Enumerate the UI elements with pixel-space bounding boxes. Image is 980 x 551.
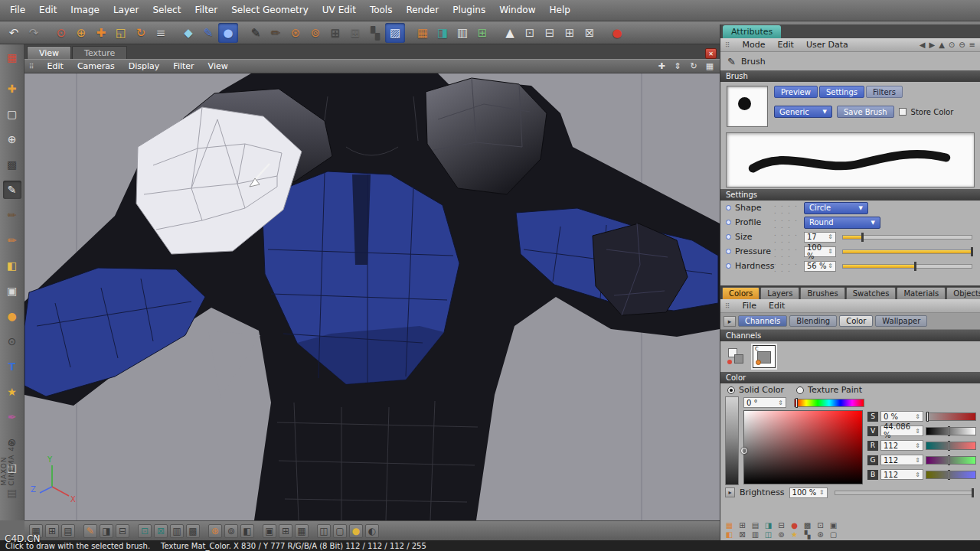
checker-icon[interactable]: ▚ — [365, 23, 385, 43]
menu-item[interactable]: Help — [542, 0, 577, 21]
uv-edit-2-icon[interactable]: ⊞ — [345, 23, 365, 43]
texture-checker-2-icon[interactable]: ◨ — [433, 23, 452, 43]
tab-materials[interactable]: Materials — [897, 287, 946, 299]
channel-layers-icon[interactable] — [727, 347, 746, 367]
saturation-slider[interactable] — [926, 412, 976, 421]
droplet-icon[interactable]: ● — [3, 307, 21, 325]
swatch-e-icon[interactable]: ⊚ — [776, 530, 786, 540]
close-view-icon[interactable] — [705, 48, 717, 59]
enable-dot-icon[interactable] — [726, 205, 731, 210]
menu-item[interactable]: File — [3, 0, 32, 21]
menu-item[interactable]: Image — [64, 0, 106, 21]
value-slider[interactable] — [926, 427, 976, 435]
redo-icon[interactable]: ↷ — [24, 23, 44, 43]
hardness-input[interactable]: 56 % — [804, 261, 836, 272]
menu-item[interactable]: Render — [399, 0, 446, 21]
pan-view-icon[interactable]: ✚ — [656, 61, 667, 71]
tab-view[interactable]: View — [27, 46, 71, 59]
saturation-value-field[interactable] — [743, 410, 863, 484]
paint-wizard-icon[interactable]: ◆ — [178, 23, 198, 43]
tile-v-icon[interactable]: ▩ — [186, 524, 200, 538]
menu-item[interactable]: Select Geometry — [224, 0, 315, 21]
magnify-tool-icon[interactable]: ⊕ — [71, 23, 91, 43]
add-layer-icon[interactable]: ⊟ — [116, 524, 129, 538]
tab-preview[interactable]: Preview — [774, 86, 818, 98]
enable-dot-icon[interactable] — [726, 249, 731, 254]
value-bar-slider[interactable] — [725, 396, 739, 485]
green-input[interactable]: 112 — [880, 455, 923, 465]
profile-dropdown[interactable]: Round — [804, 217, 880, 229]
swatch-c-icon[interactable]: ▥ — [750, 530, 760, 540]
drag-handle-icon[interactable] — [725, 302, 730, 310]
green-slider[interactable] — [926, 456, 976, 465]
tab-swatches[interactable]: Swatches — [846, 287, 897, 299]
saturation-input[interactable]: 0 % — [880, 411, 923, 422]
tab-settings[interactable]: Settings — [819, 86, 864, 98]
mask-layer-icon[interactable]: ◨ — [100, 524, 113, 538]
brush-tip-preview[interactable] — [727, 86, 768, 127]
light-toggle-icon[interactable]: ● — [349, 524, 363, 538]
move-tool-icon[interactable]: ✚ — [91, 23, 111, 43]
raybrush-icon[interactable]: ▲ — [500, 23, 520, 43]
record-icon[interactable]: ● — [607, 23, 627, 43]
select-poly-icon[interactable]: ◫ — [317, 524, 331, 538]
tab-objects[interactable]: Objects — [946, 287, 980, 299]
texture-view-icon[interactable]: ⊞ — [45, 524, 59, 538]
projection-paint-icon[interactable]: ▨ — [385, 23, 405, 43]
attributes-menu-edit[interactable]: Edit — [772, 40, 800, 50]
snap-settings-icon[interactable]: ≡ — [151, 23, 171, 43]
menu-item[interactable]: Edit — [32, 0, 64, 21]
hue-input[interactable]: 0 ° — [743, 397, 786, 408]
viewport-menu-item[interactable]: View — [201, 61, 235, 71]
layout-split-icon[interactable]: ⊟ — [540, 23, 560, 43]
nav-forward-icon[interactable]: ▶ — [929, 41, 935, 49]
fill-bucket-icon[interactable]: ◧ — [3, 256, 21, 275]
tile-u-icon[interactable]: ▥ — [170, 524, 184, 538]
panel-menu-icon[interactable]: ≡ — [969, 41, 975, 49]
tab-brushes[interactable]: Brushes — [800, 287, 844, 299]
menu-item[interactable]: UV Edit — [315, 0, 363, 21]
tab-wallpaper[interactable]: Wallpaper — [875, 315, 927, 327]
attributes-menu-mode[interactable]: Mode — [737, 40, 772, 50]
shape-dropdown[interactable]: Circle — [804, 202, 868, 214]
undo-icon[interactable]: ↶ — [4, 23, 24, 43]
lock-icon[interactable]: ⊖ — [959, 41, 965, 49]
enable-dot-icon[interactable] — [726, 220, 731, 225]
color-channel-thumbnail[interactable]: C — [753, 345, 776, 368]
brush-tool-icon[interactable]: ✎ — [246, 23, 266, 43]
shade-toggle-icon[interactable]: ◐ — [365, 524, 379, 538]
swatch-i-icon[interactable]: ▢ — [828, 530, 838, 540]
swatch-d-icon[interactable]: ◫ — [763, 530, 773, 540]
eyedropper-icon[interactable]: ✒ — [3, 408, 21, 426]
red-input[interactable]: 112 — [880, 440, 923, 451]
viewport-menu-item[interactable]: Filter — [166, 61, 201, 71]
checker-tool-icon[interactable]: ▩ — [3, 155, 21, 174]
scroll-tabs-icon[interactable] — [724, 316, 736, 327]
solid-color-radio[interactable]: Solid Color — [727, 385, 784, 395]
tab-color[interactable]: Color — [839, 315, 873, 327]
pressure-input[interactable]: 100 % — [804, 246, 836, 257]
rotate-view-icon[interactable]: ↻ — [688, 61, 699, 71]
menu-item[interactable]: Layer — [106, 0, 145, 21]
viewport-menu-item[interactable]: Display — [122, 61, 167, 71]
size-slider[interactable] — [842, 235, 972, 240]
texture-checker-1-icon[interactable]: ▦ — [413, 23, 433, 43]
size-input[interactable]: 17 — [804, 232, 836, 243]
colorize-icon[interactable]: ◧ — [240, 524, 254, 538]
drag-handle-icon[interactable] — [725, 41, 730, 49]
store-color-checkbox[interactable] — [899, 108, 906, 116]
3d-viewport-canvas[interactable]: Y X Z — [24, 73, 720, 520]
menu-item[interactable]: Plugins — [446, 0, 492, 21]
airbrush-icon[interactable]: ✏ — [3, 231, 21, 249]
selection-tool-icon[interactable]: ▢ — [3, 105, 21, 123]
pressure-slider[interactable] — [842, 249, 972, 254]
mirror-y-icon[interactable]: ⊠ — [154, 524, 168, 538]
clone-stamp-icon[interactable]: ⊛ — [286, 23, 305, 43]
uv-mesh-icon[interactable]: ▤ — [61, 524, 75, 538]
paint-brush-icon[interactable]: ✎ — [3, 181, 21, 199]
menu-item[interactable]: Window — [492, 0, 542, 21]
tab-blending[interactable]: Blending — [789, 315, 837, 327]
hue-slider[interactable] — [794, 399, 864, 407]
pattern-stamp-icon[interactable]: ⊚ — [305, 23, 325, 43]
gradient-tool-icon[interactable]: ▤ — [3, 484, 21, 502]
